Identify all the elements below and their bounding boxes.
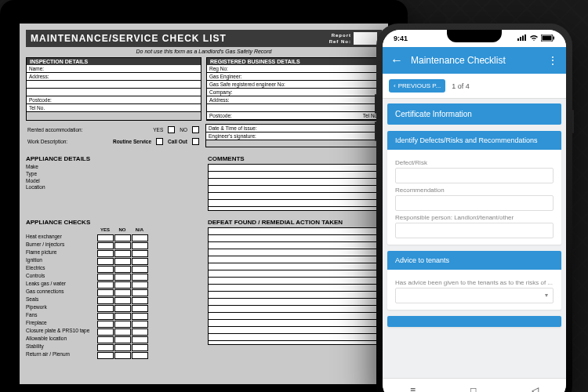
- sub-app-bar: ‹ PREVIOUS P... 1 of 4: [383, 74, 566, 99]
- check-yes[interactable]: [97, 321, 114, 328]
- svg-rect-5: [543, 35, 552, 40]
- advice-select[interactable]: [395, 288, 554, 303]
- reg-no[interactable]: Reg No:: [207, 65, 381, 73]
- previous-page-button[interactable]: ‹ PREVIOUS P...: [389, 79, 445, 93]
- check-no[interactable]: [114, 297, 131, 304]
- check-no[interactable]: [114, 281, 131, 289]
- check-yes[interactable]: [97, 328, 114, 336]
- check-no[interactable]: [114, 352, 131, 359]
- check-na[interactable]: [132, 242, 148, 249]
- check-yes[interactable]: [97, 336, 114, 343]
- check-na[interactable]: [132, 305, 148, 312]
- inspection-name[interactable]: Name:: [27, 65, 201, 73]
- table-row: Electrics: [26, 265, 200, 273]
- form-subtitle: Do not use this form as a Landlord's Gas…: [26, 47, 382, 57]
- check-yes[interactable]: [97, 305, 114, 312]
- check-yes[interactable]: [97, 313, 114, 320]
- table-row: Stability: [26, 343, 200, 351]
- gas-engineer[interactable]: Gas Engineer:: [207, 73, 381, 81]
- table-row: Allowable location: [26, 336, 200, 343]
- table-row: Return air / Plenum: [26, 351, 200, 359]
- defect-risk-input[interactable]: [395, 168, 554, 183]
- defects-card: Identify Defects/Risks and Recommendatio…: [387, 131, 561, 245]
- comments-area[interactable]: [208, 164, 382, 211]
- check-na[interactable]: [132, 250, 148, 257]
- check-no[interactable]: [114, 242, 131, 249]
- table-row: Gas connections: [26, 289, 200, 296]
- check-yes[interactable]: [97, 234, 114, 241]
- phone-content[interactable]: Certificate Information Identify Defects…: [383, 99, 566, 378]
- check-yes[interactable]: [97, 242, 114, 249]
- menu-dots-icon[interactable]: ⋮: [547, 54, 558, 67]
- check-yes[interactable]: [97, 258, 114, 265]
- date-time[interactable]: Date & Time of issue:: [206, 125, 381, 132]
- table-row: Fireplace: [26, 320, 200, 328]
- check-yes[interactable]: [97, 266, 114, 273]
- recommendation-label: Recommendation: [395, 187, 554, 194]
- reg-address[interactable]: Address:: [207, 96, 381, 104]
- rented-row: Rented accommodation: YES NO: [26, 124, 201, 136]
- check-na[interactable]: [132, 234, 148, 241]
- check-yes[interactable]: [97, 250, 114, 257]
- inspection-tel[interactable]: Tel No.: [27, 104, 201, 112]
- check-no[interactable]: [114, 336, 131, 343]
- check-yes[interactable]: [97, 297, 114, 304]
- check-na[interactable]: [132, 274, 148, 281]
- check-na[interactable]: [132, 352, 148, 359]
- check-no[interactable]: [114, 328, 131, 336]
- check-na[interactable]: [132, 289, 148, 296]
- check-no[interactable]: [114, 344, 131, 351]
- callout-checkbox[interactable]: [192, 138, 199, 145]
- check-no[interactable]: [114, 234, 131, 241]
- svg-rect-2: [522, 36, 524, 42]
- page-counter: 1 of 4: [452, 82, 470, 90]
- signature[interactable]: Engineer's signature:: [206, 132, 381, 140]
- check-no[interactable]: [114, 305, 131, 312]
- phone-screen: 9:41 ← Maintenance Checklist ⋮ ‹ PREVI: [383, 30, 566, 392]
- check-yes[interactable]: [97, 274, 114, 281]
- back-icon[interactable]: ←: [390, 53, 403, 67]
- nav-recent-icon[interactable]: ≡: [410, 385, 416, 393]
- company[interactable]: Company:: [207, 89, 381, 96]
- check-no[interactable]: [114, 313, 131, 320]
- recommendation-input[interactable]: [395, 195, 554, 211]
- check-na[interactable]: [132, 258, 148, 265]
- ref-block: Report Ref No:: [329, 32, 377, 45]
- check-na[interactable]: [132, 344, 148, 351]
- check-yes[interactable]: [97, 289, 114, 296]
- svg-rect-3: [524, 34, 526, 41]
- inspection-postcode[interactable]: Postcode:: [27, 96, 201, 104]
- routine-checkbox[interactable]: [156, 138, 163, 145]
- rented-no-checkbox[interactable]: [192, 126, 199, 133]
- check-yes[interactable]: [97, 281, 114, 289]
- form-title: MAINTENANCE/SERVICE CHECK LIST: [31, 33, 227, 44]
- check-na[interactable]: [132, 336, 148, 343]
- check-no[interactable]: [114, 274, 131, 281]
- check-no[interactable]: [114, 258, 131, 265]
- nav-home-icon[interactable]: □: [470, 385, 476, 393]
- gas-safe-no[interactable]: Gas Safe registered engineer No:: [207, 81, 381, 89]
- check-na[interactable]: [132, 297, 148, 304]
- check-na[interactable]: [132, 328, 148, 336]
- nav-back-icon[interactable]: ◁: [532, 385, 539, 393]
- table-row: Fans: [26, 312, 200, 320]
- check-na[interactable]: [132, 266, 148, 273]
- advice-header: Advice to tenants: [387, 251, 561, 270]
- table-row: Controls: [26, 273, 200, 281]
- check-na[interactable]: [132, 281, 148, 289]
- check-yes[interactable]: [97, 352, 114, 359]
- rented-yes-checkbox[interactable]: [168, 126, 175, 133]
- defeat-area[interactable]: [208, 227, 382, 345]
- check-no[interactable]: [114, 321, 131, 328]
- defect-risk-label: Defect/Risk: [395, 159, 554, 166]
- responsible-person-input[interactable]: [395, 223, 554, 238]
- check-no[interactable]: [114, 289, 131, 296]
- table-row: Pipework: [26, 304, 200, 312]
- check-yes[interactable]: [97, 344, 114, 351]
- check-na[interactable]: [132, 313, 148, 320]
- inspection-address[interactable]: Address:: [27, 73, 201, 81]
- check-na[interactable]: [132, 321, 148, 328]
- table-row: Flame picture: [26, 249, 200, 257]
- check-no[interactable]: [114, 250, 131, 257]
- check-no[interactable]: [114, 266, 131, 273]
